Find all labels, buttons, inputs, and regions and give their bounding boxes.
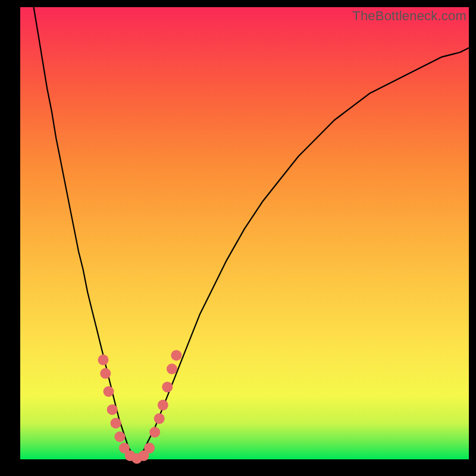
data-marker — [162, 381, 173, 392]
marker-layer — [98, 350, 182, 464]
data-marker — [158, 400, 168, 411]
chart-frame: TheBottleneck.com — [0, 0, 476, 476]
chart-svg — [20, 7, 469, 459]
data-marker — [104, 386, 114, 397]
data-marker — [98, 355, 109, 365]
data-marker — [167, 364, 177, 374]
plot-area — [20, 7, 469, 459]
curve-layer — [34, 7, 469, 459]
watermark-text: TheBottleneck.com — [352, 8, 466, 24]
data-marker — [154, 414, 165, 424]
data-marker — [114, 431, 125, 442]
data-marker — [107, 404, 118, 415]
data-marker — [144, 443, 155, 453]
data-marker — [149, 427, 160, 437]
bottleneck-curve — [34, 7, 469, 459]
data-marker — [111, 418, 121, 428]
data-marker — [171, 350, 181, 361]
data-marker — [100, 368, 111, 379]
